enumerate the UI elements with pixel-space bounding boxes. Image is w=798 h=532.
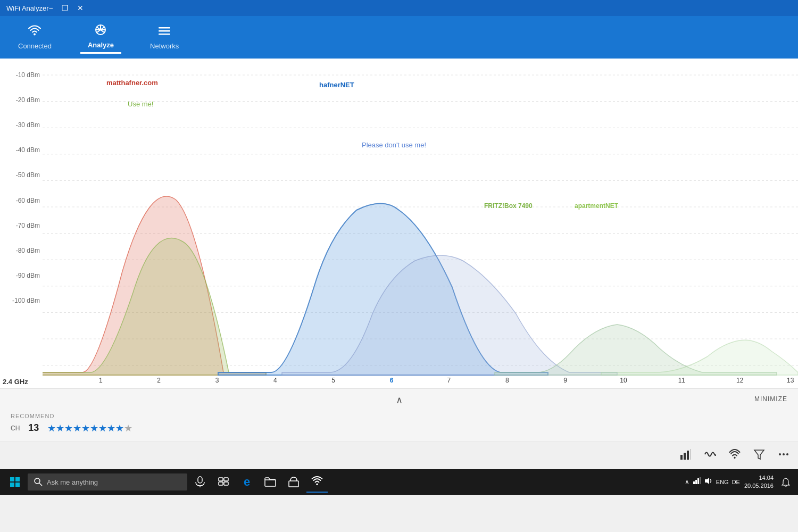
edge-browser-btn[interactable]: e: [236, 471, 257, 493]
ch-number: 13: [28, 422, 39, 434]
svg-point-40: [317, 484, 318, 485]
search-placeholder: Ask me anything: [47, 478, 98, 486]
nav-connected[interactable]: Connected: [11, 22, 59, 53]
region-label: DE: [732, 479, 740, 485]
nav-connected-label: Connected: [18, 42, 52, 50]
ch-3: 3: [215, 377, 219, 384]
wifi-scan-icon[interactable]: [729, 448, 741, 463]
ch-2: 2: [157, 377, 161, 384]
svg-rect-3: [159, 30, 170, 32]
titlebar: WiFi Analyzer − ❐ ✕: [0, 0, 798, 16]
clock[interactable]: 14:04 20.05.2016: [744, 474, 774, 491]
wifi-connected-icon: [28, 25, 41, 40]
svg-rect-29: [15, 483, 20, 487]
more-options-icon[interactable]: [778, 448, 789, 463]
start-button[interactable]: [4, 471, 26, 493]
notification-btn[interactable]: [778, 474, 794, 490]
db-label-60: -60 dBm: [0, 197, 40, 204]
svg-rect-27: [15, 477, 20, 481]
taskbar: Ask me anything e ∧ ENG DE: [0, 469, 798, 495]
svg-rect-35: [224, 478, 228, 481]
db-label-20: -20 dBm: [0, 96, 40, 104]
tray-chevron[interactable]: ∧: [685, 478, 689, 486]
db-label-80: -80 dBm: [0, 247, 40, 254]
date-display: 20.05.2016: [744, 482, 774, 490]
nav-networks-label: Networks: [150, 42, 179, 50]
label-dontuse: Please don't use me!: [362, 141, 426, 149]
nav-analyze[interactable]: Analyze: [80, 21, 121, 54]
ch-9: 9: [563, 377, 567, 384]
svg-rect-17: [680, 455, 683, 460]
ch-text: CH: [11, 425, 20, 432]
store-btn[interactable]: [283, 471, 304, 493]
db-label-10: -10 dBm: [0, 71, 40, 79]
taskbar-right: ∧ ENG DE 14:04 20.05.2016: [685, 474, 794, 491]
cortana-mic-btn[interactable]: [189, 471, 211, 493]
svg-point-25: [786, 453, 788, 455]
ch-6: 6: [390, 377, 394, 384]
networks-icon: [157, 25, 171, 40]
star-filled: ★: [107, 423, 115, 434]
lang-label: ENG: [716, 479, 729, 485]
chevron-up-btn[interactable]: ∧: [396, 394, 403, 406]
star-filled: ★: [81, 423, 90, 434]
network-useme-fill: [43, 238, 266, 375]
svg-point-0: [34, 33, 36, 35]
system-tray-icons: ∧ ENG DE: [685, 477, 740, 487]
minimize-panel-btn[interactable]: MINIMIZE: [754, 395, 787, 403]
tray-network-icon: [693, 477, 701, 487]
svg-point-23: [779, 453, 781, 455]
ch-1: 1: [99, 377, 103, 384]
file-explorer-btn[interactable]: [260, 471, 281, 493]
svg-rect-44: [700, 477, 701, 484]
label-fritzbox: FRITZ!Box 7490: [484, 202, 533, 210]
ch-4: 4: [273, 377, 277, 384]
ch-13: 13: [787, 377, 794, 384]
svg-marker-22: [754, 450, 764, 459]
svg-rect-42: [695, 480, 697, 484]
svg-rect-19: [687, 451, 689, 460]
star-filled: ★: [90, 423, 98, 434]
task-view-btn[interactable]: [213, 471, 234, 493]
svg-rect-39: [289, 481, 298, 487]
close-window-btn[interactable]: ✕: [77, 4, 84, 12]
time-display: 14:04: [744, 474, 774, 482]
svg-point-30: [35, 478, 40, 484]
svg-marker-45: [705, 478, 709, 484]
star-filled: ★: [115, 423, 124, 434]
svg-rect-36: [219, 482, 223, 485]
app-title: WiFi Analyzer: [6, 4, 48, 12]
channel-axis: 2.4 GHz 1 2 3 4 5 6 7 8 9 10 11 12 13: [43, 372, 798, 388]
svg-rect-28: [10, 483, 14, 487]
svg-rect-38: [265, 480, 276, 486]
signal-bar-icon[interactable]: [680, 448, 692, 463]
ch-8: 8: [505, 377, 509, 384]
db-label-40: -40 dBm: [0, 146, 40, 154]
filter-icon[interactable]: [753, 448, 765, 463]
wifi-app-btn[interactable]: [306, 471, 328, 493]
star-filled: ★: [64, 423, 73, 434]
star-empty: ★: [124, 423, 132, 434]
label-apartmentnet: apartmentNET: [575, 202, 618, 210]
recommend-row: CH 13 ★★★★★★★★★★: [11, 422, 132, 434]
db-label-50: -50 dBm: [0, 171, 40, 179]
svg-rect-34: [219, 478, 223, 481]
search-bar[interactable]: Ask me anything: [28, 473, 187, 491]
minimize-window-btn[interactable]: −: [48, 4, 53, 12]
svg-rect-37: [224, 482, 228, 485]
maximize-window-btn[interactable]: ❐: [62, 4, 69, 12]
db-label-70: -70 dBm: [0, 222, 40, 229]
svg-rect-20: [690, 449, 691, 460]
star-filled: ★: [47, 423, 56, 434]
star-filled: ★: [56, 423, 64, 434]
ch-7: 7: [447, 377, 451, 384]
svg-line-31: [39, 483, 42, 486]
wifi-chart-svg: [43, 59, 798, 388]
chart-area: -10 dBm -20 dBm -30 dBm -40 dBm -50 dBm …: [0, 59, 798, 388]
nav-networks[interactable]: Networks: [143, 22, 186, 53]
tray-volume-icon: [704, 477, 713, 487]
app-bar: [0, 442, 798, 469]
svg-rect-26: [10, 477, 14, 481]
wave-icon[interactable]: [704, 448, 716, 463]
analyze-icon: [94, 24, 107, 39]
